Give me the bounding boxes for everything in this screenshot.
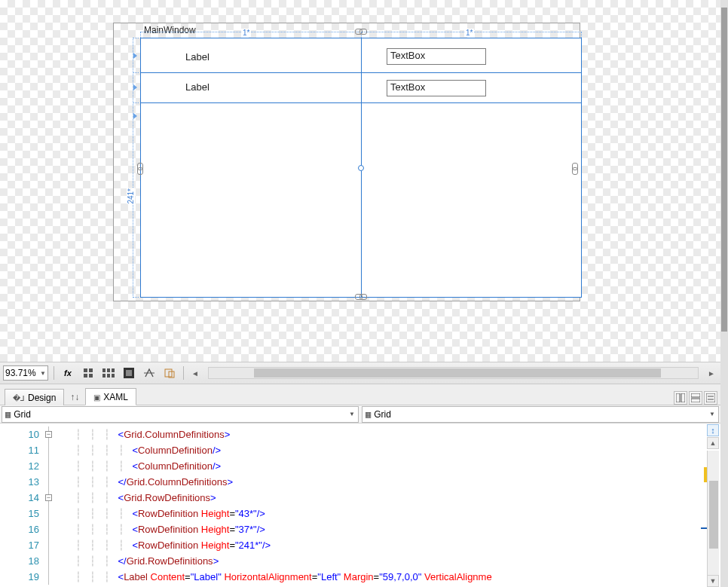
design-xaml-tabstrip: �⅃ Design ↑↓ ▣ XAML [0, 384, 720, 405]
zoom-combo[interactable]: 93.71% ▼ [3, 365, 48, 381]
column-size-label-0[interactable]: 1* [241, 29, 251, 37]
svg-rect-9 [112, 374, 115, 378]
element-path-bar: ▦Grid ▼ ▦Grid ▼ [0, 405, 720, 423]
scroll-thumb[interactable] [709, 481, 718, 549]
scroll-up-arrow[interactable]: ▲ [707, 437, 719, 449]
snapping-button[interactable] [141, 365, 158, 381]
chevron-down-icon: ▼ [40, 370, 46, 377]
grid-glyph-icon: ▦ [5, 409, 11, 420]
xaml-editor[interactable]: 10111213141516171819 −− ┆ ┆ ┆ <Grid.Colu… [0, 423, 720, 587]
line-number-gutter: 10111213141516171819 [0, 423, 45, 587]
scroll-down-arrow[interactable]: ▼ [707, 575, 719, 587]
designer-toolbar: 93.71% ▼ fx ◄ ► [0, 362, 720, 384]
split-vertical-button[interactable] [674, 391, 687, 405]
grid-center-handle[interactable] [358, 165, 364, 171]
caret-marker [701, 527, 707, 529]
svg-rect-4 [102, 368, 106, 372]
element-path-right[interactable]: ▦Grid ▼ [362, 406, 719, 423]
svg-rect-11 [126, 370, 132, 376]
device-preview-button[interactable] [161, 365, 178, 381]
design-tab-icon: �⅃ [13, 394, 25, 402]
svg-rect-5 [107, 368, 110, 372]
column-splitter-lock-bottom[interactable] [355, 293, 367, 301]
design-textbox-1-text: TextBox [390, 81, 425, 93]
grid-row-line-1[interactable] [140, 102, 582, 103]
design-textbox-1[interactable]: TextBox [387, 80, 486, 96]
chevron-down-icon: ▼ [709, 411, 715, 417]
svg-rect-1 [89, 368, 93, 372]
element-path-left-text: Grid [14, 409, 31, 420]
row-size-label-2[interactable]: 241* [127, 188, 135, 204]
tab-xaml[interactable]: ▣ XAML [85, 388, 136, 405]
svg-rect-17 [691, 393, 700, 397]
xaml-tab-icon: ▣ [93, 393, 100, 402]
row-splitter-lock-right[interactable] [571, 163, 579, 175]
svg-rect-7 [102, 374, 106, 378]
element-path-right-text: Grid [374, 409, 391, 420]
grid-glyph-icon: ▦ [366, 409, 371, 420]
tab-design-label: Design [28, 393, 56, 403]
svg-rect-15 [676, 393, 680, 402]
hscroll-left-arrow[interactable]: ◄ [189, 367, 201, 379]
row-splitter-lock-left[interactable] [136, 163, 144, 175]
code-text-area[interactable]: ┆ ┆ ┆ <Grid.ColumnDefinitions>┆ ┆ ┆ ┆ <C… [75, 423, 720, 587]
hscroll-thumb[interactable] [254, 368, 661, 378]
hscroll-right-arrow[interactable]: ► [705, 367, 717, 379]
row-select-arrow-0[interactable] [133, 53, 137, 59]
collapse-pane-button[interactable] [704, 391, 717, 405]
column-size-label-1[interactable]: 1* [464, 29, 474, 37]
column-splitter-lock-top[interactable] [355, 28, 367, 35]
svg-rect-2 [84, 374, 87, 378]
zoom-value: 93.71% [5, 368, 36, 378]
row-select-arrow-1[interactable] [133, 84, 137, 90]
design-textbox-0[interactable]: TextBox [387, 48, 486, 65]
editor-vertical-scrollbar[interactable]: ▲ ▼ [707, 423, 719, 587]
chevron-down-icon: ▼ [349, 411, 355, 417]
design-textbox-0-text: TextBox [390, 50, 425, 61]
svg-rect-0 [84, 368, 87, 372]
split-horizontal-button[interactable] [689, 391, 702, 405]
svg-rect-6 [112, 368, 115, 372]
grid-6-icon[interactable] [100, 365, 117, 381]
svg-rect-18 [691, 399, 700, 402]
svg-rect-8 [107, 374, 110, 378]
designer-scroll-thumb[interactable] [721, 8, 727, 332]
separator [54, 366, 54, 380]
tab-design[interactable]: �⅃ Design [5, 389, 64, 405]
row-ruler-seg-1 [133, 102, 139, 103]
grid-row-line-0[interactable] [140, 72, 582, 73]
design-label-1[interactable]: Label [185, 81, 210, 93]
fx-effects-button[interactable]: fx [60, 365, 76, 381]
designer-horizontal-scrollbar[interactable] [208, 367, 699, 379]
design-surface[interactable]: MainWindow 1* 1* 241* Label TextBox Labe… [0, 0, 720, 362]
grid-4-icon[interactable] [80, 365, 96, 381]
separator [183, 366, 184, 380]
svg-rect-3 [89, 374, 93, 378]
toggle-dark-button[interactable] [121, 365, 137, 381]
swap-panes-button[interactable]: ↑↓ [66, 389, 84, 405]
designer-vertical-scrollbar[interactable] [720, 0, 728, 587]
change-marker [704, 467, 707, 482]
svg-rect-16 [681, 393, 685, 402]
tab-xaml-label: XAML [103, 392, 128, 402]
element-path-left[interactable]: ▦Grid ▼ [2, 406, 359, 423]
design-label-0[interactable]: Label [185, 51, 210, 63]
row-ruler-seg-0 [133, 72, 139, 73]
outlining-gutter[interactable]: −− [45, 423, 75, 587]
scroll-track[interactable] [707, 451, 719, 575]
row-select-arrow-2[interactable] [133, 113, 137, 119]
svg-rect-19 [706, 393, 715, 402]
